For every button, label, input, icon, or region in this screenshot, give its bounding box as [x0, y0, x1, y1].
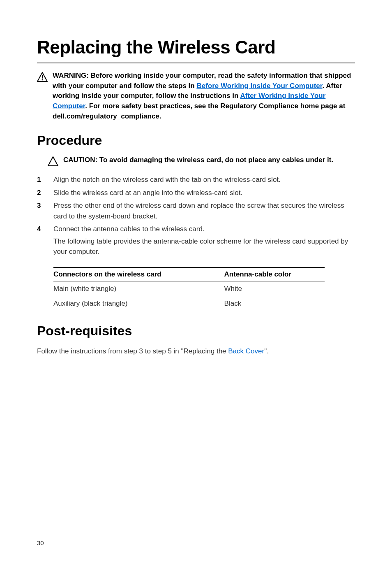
warning-link-before-working[interactable]: Before Working Inside Your Computer — [196, 82, 322, 90]
page-title: Replacing the Wireless Card — [37, 37, 355, 58]
cell-connector-aux: Auxiliary (black triangle) — [53, 296, 200, 311]
warning-suffix: . For more safety best practices, see th… — [53, 102, 345, 120]
caution-text: CAUTION: To avoid damaging the wireless … — [63, 156, 333, 165]
postreq-suffix: ". — [264, 347, 269, 355]
warning-block: WARNING: Before working inside your comp… — [37, 71, 355, 121]
table-header-row: Connectors on the wireless card Antenna-… — [53, 267, 325, 281]
svg-point-2 — [42, 79, 43, 81]
procedure-steps: Align the notch on the wireless card wit… — [37, 174, 355, 257]
postreq-link-back-cover[interactable]: Back Cover — [228, 347, 264, 355]
cell-connector-main: Main (white triangle) — [53, 281, 200, 296]
svg-marker-3 — [48, 157, 58, 166]
postreq-prefix: Follow the instructions from step 3 to s… — [37, 347, 228, 355]
step-1: Align the notch on the wireless card wit… — [37, 174, 355, 185]
step-2: Slide the wireless card at an angle into… — [37, 188, 355, 198]
step-4: Connect the antenna cables to the wirele… — [37, 224, 355, 257]
table-row: Main (white triangle) White — [53, 281, 325, 296]
cell-color-white: White — [200, 281, 325, 296]
procedure-heading: Procedure — [37, 133, 355, 148]
caution-block: CAUTION: To avoid damaging the wireless … — [48, 156, 355, 168]
cell-color-black: Black — [200, 296, 325, 311]
table-row: Auxiliary (black triangle) Black — [53, 296, 325, 311]
step-3: Press the other end of the wireless card… — [37, 200, 355, 221]
title-underline — [37, 63, 355, 63]
postreq-heading: Post-requisites — [37, 323, 355, 339]
antenna-cable-table: Connectors on the wireless card Antenna-… — [53, 267, 325, 311]
header-connectors: Connectors on the wireless card — [53, 267, 200, 281]
header-color: Antenna-cable color — [200, 267, 325, 281]
step-4-subtext: The following table provides the antenna… — [53, 236, 355, 257]
warning-text: WARNING: Before working inside your comp… — [53, 71, 355, 121]
postreq-text: Follow the instructions from step 3 to s… — [37, 346, 355, 357]
page-number: 30 — [37, 539, 44, 546]
warning-icon — [37, 72, 48, 84]
caution-icon — [48, 156, 58, 168]
step-4-text: Connect the antenna cables to the wirele… — [53, 225, 205, 233]
